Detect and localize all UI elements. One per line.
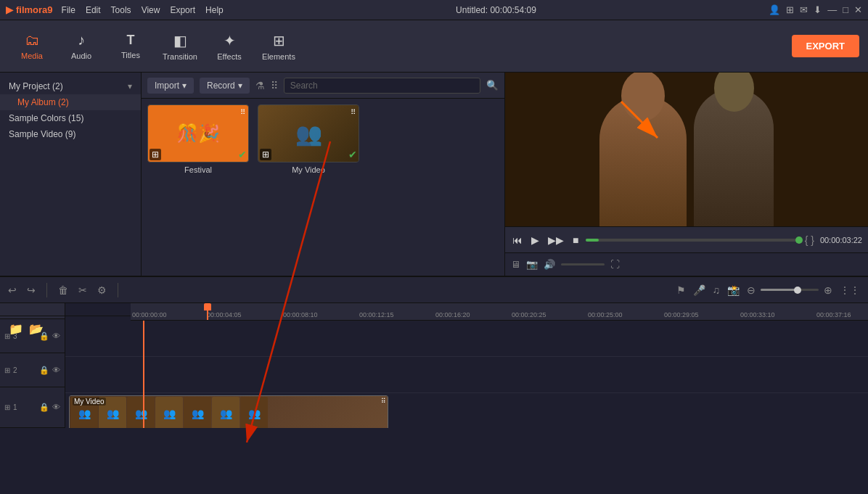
media-toolbar: Import ▾ Record ▾ ⚗ ⠿ 🔍 [142,73,504,99]
menu-view[interactable]: View [142,5,160,15]
menu-tools[interactable]: Tools [111,5,131,15]
menu-bar: File Edit Tools View Export Help [62,5,224,15]
screenshot-icon[interactable]: 📷 [526,259,538,270]
media-icon: 🗂 [25,32,39,49]
step-back-button[interactable]: ⏮ [511,233,524,247]
track2-eye-icon[interactable]: 👁 [52,366,60,374]
more-icon[interactable]: ⋮⋮ [838,282,862,298]
toolbar-effects[interactable]: ✦ Effects [206,25,253,68]
volume-icon[interactable]: 🔊 [544,259,555,270]
media-panel: Import ▾ Record ▾ ⚗ ⠿ 🔍 🎊🎉 ⠿ ⊞ ✔ Fest [142,73,505,276]
filter-icon[interactable]: ⚗ [255,80,265,91]
grid-icon[interactable]: ⊞ [786,4,794,15]
myvideo-thumbnail: 👥 ⠿ ⊞ ✔ [258,104,359,162]
menu-edit[interactable]: Edit [86,5,101,15]
menu-file[interactable]: File [62,5,75,15]
media-item-myvideo[interactable]: 👥 ⠿ ⊞ ✔ My Video [258,104,359,270]
media-item-festival[interactable]: 🎊🎉 ⠿ ⊞ ✔ Festival [147,104,249,270]
export-button[interactable]: EXPORT [792,35,859,57]
fullscreen-icon[interactable]: ⛶ [610,259,620,270]
timeline: ↩ ↪ 🗑 ✂ ⚙ ⚑ 🎤 ♫ 📸 ⊖ ⊕ ⋮⋮ ⊞ 3 [0,276,868,428]
minimize-button[interactable]: — [827,4,837,15]
menu-export[interactable]: Export [170,5,195,15]
stop-button[interactable]: ■ [571,233,580,247]
record-button[interactable]: Record ▾ [200,78,250,94]
monitor-icon[interactable]: 🖥 [511,259,520,270]
track1-eye-icon[interactable]: 👁 [52,403,60,411]
ruler-mark-6: 00:00:25:00 [588,311,623,318]
download-icon[interactable]: ⬇ [814,4,822,15]
search-input[interactable] [284,78,480,94]
main-toolbar: 🗂 Media ♪ Audio T Titles ◧ Transition ✦ … [0,20,868,73]
preview-panel: ⏮ ▶ ▶▶ ■ { } 00:00:03:22 🖥 📷 🔊 ⛶ [505,73,868,276]
sidebar-item-myalbum[interactable]: My Album (2) [0,94,141,110]
toolbar-media[interactable]: 🗂 Media [9,25,55,68]
ruler-mark-0: 00:00:00:00 [132,311,167,318]
snapshot-icon[interactable]: 📸 [725,282,742,298]
maximize-button[interactable]: □ [843,4,848,15]
import-button[interactable]: Import ▾ [147,78,194,94]
user-icon[interactable]: 👤 [769,4,780,15]
toolbar-titles[interactable]: T Titles [107,25,154,68]
delete-button[interactable]: 🗑 [56,282,70,298]
video-preview [505,73,868,226]
toolbar-transition[interactable]: ◧ Transition [157,25,203,68]
grid-view-icon[interactable]: ⠿ [271,80,278,91]
playhead-head [204,303,211,310]
track-row-2 [65,357,868,393]
progress-bar[interactable] [586,239,798,242]
video-clip[interactable]: 👥 👥 👥 👥 👥 👥 👥 My Video ⠿ [69,395,388,428]
clip-frame-7: 👥 [240,397,268,428]
toolbar-audio[interactable]: ♪ Audio [58,25,105,68]
toolbar-elements[interactable]: ⊞ Elements [255,25,302,68]
search-icon[interactable]: 🔍 [486,80,499,91]
play-alt-button[interactable]: ▶▶ [546,233,565,247]
video-overlay-icon: ⊞ [260,149,271,160]
undo-button[interactable]: ↩ [6,282,19,298]
person1 [599,96,687,226]
preview-frame [505,73,868,226]
corner-dots-video: ⠿ [351,108,356,116]
sidebar-item-samplecolors[interactable]: Sample Colors (15) [0,110,141,126]
timeline-ruler[interactable]: 00:00:00:00 00:00:04:05 00:00:08:10 00:0… [131,303,868,321]
playhead-ruler [207,303,208,320]
menu-help[interactable]: Help [205,5,224,15]
track2-lock-icon[interactable]: 🔒 [39,366,49,375]
zoom-out-button[interactable]: ⊖ [745,282,758,298]
sidebar-item-samplevideo[interactable]: Sample Video (9) [0,126,141,142]
remove-folder-icon[interactable]: 📂 [29,322,44,336]
timeline-toolbar: ↩ ↪ 🗑 ✂ ⚙ ⚑ 🎤 ♫ 📸 ⊖ ⊕ ⋮⋮ [0,277,868,303]
person2 [694,88,774,226]
transition-label: Transition [163,52,197,61]
bracket-left-icon[interactable]: { } [805,234,814,246]
zoom-slider[interactable] [761,289,819,291]
sidebar-item-myproject[interactable]: My Project (2) ▾ [0,78,141,94]
track2-grid-icon: ⊞ [4,366,10,374]
mic-icon[interactable]: 🎤 [691,282,708,298]
redo-button[interactable]: ↪ [25,282,38,298]
myvideo-label: My Video [292,165,325,174]
separator2 [118,283,118,297]
play-button[interactable]: ▶ [530,233,541,247]
volume-slider[interactable] [561,263,605,265]
track-row-3 [65,321,868,357]
window-controls: 👤 ⊞ ✉ ⬇ — □ ✕ [769,4,862,15]
add-folder-icon[interactable]: 📁 [9,322,23,336]
record-dropdown-icon: ▾ [238,81,242,91]
app-logo: ▶ filmora9 [6,4,53,15]
track-label-2: ⊞ 2 🔒 👁 [0,353,65,387]
festival-thumbnail: 🎊🎉 ⠿ ⊞ ✔ [147,104,249,162]
track-label-1: ⊞ 1 🔒 👁 [0,387,65,428]
ruler-mark-4: 00:00:16:20 [435,311,470,318]
flag-icon[interactable]: ⚑ [674,282,688,298]
sidebar-album-label: My Album (2) [17,97,69,107]
adjust-button[interactable]: ⚙ [95,282,109,298]
track1-lock-icon[interactable]: 🔒 [39,403,49,412]
close-button[interactable]: ✕ [854,4,862,15]
ruler-mark-8: 00:00:33:10 [740,311,775,318]
mail-icon[interactable]: ✉ [800,4,808,15]
festival-icons: 🎊🎉 [176,123,220,144]
audio-mix-icon[interactable]: ♫ [711,282,723,298]
zoom-in-button[interactable]: ⊕ [822,282,835,298]
cut-button[interactable]: ✂ [76,282,89,298]
